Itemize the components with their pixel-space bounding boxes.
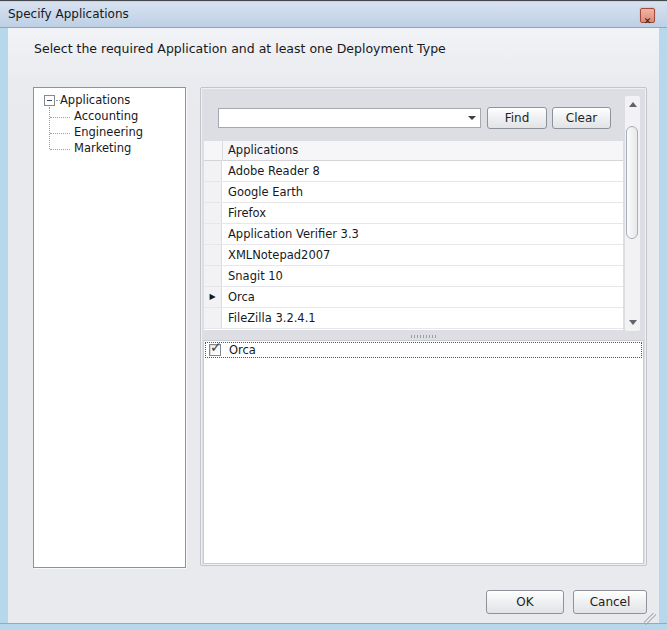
search-input[interactable] [221, 109, 464, 127]
instruction-text: Select the required Application and at l… [34, 41, 446, 56]
row-indicator-cell [204, 182, 222, 202]
minus-glyph [47, 100, 52, 101]
table-row[interactable]: XMLNotepad2007 [204, 245, 623, 266]
row-indicator-cell [204, 245, 222, 265]
cell-application-name[interactable]: XMLNotepad2007 [222, 245, 623, 265]
table-row[interactable]: Adobe Reader 8 [204, 161, 623, 182]
current-row-pointer-icon: ▶ [209, 292, 215, 301]
table-row[interactable]: Application Verifier 3.3 [204, 224, 623, 245]
tree-connector [50, 133, 70, 134]
cancel-button[interactable]: Cancel [573, 590, 647, 614]
ok-button[interactable]: OK [486, 590, 564, 614]
cell-application-name[interactable]: Adobe Reader 8 [222, 161, 623, 181]
cell-application-name[interactable]: FileZilla 3.2.4.1 [222, 308, 623, 328]
search-combobox[interactable] [218, 108, 481, 128]
checkmark-icon: ✓ [210, 339, 222, 355]
tree-connector [50, 149, 70, 150]
specify-applications-dialog: Specify Applications ✕ Select the requir… [0, 0, 667, 630]
row-indicator-cell [204, 266, 222, 286]
tree-node-engineering[interactable]: Engineering [74, 125, 143, 140]
vertical-scrollbar[interactable] [625, 96, 640, 331]
window-title: Specify Applications [8, 2, 129, 27]
cell-application-name[interactable]: Orca [222, 287, 623, 307]
applications-panel: Find Clear Applications Adobe Reader 8 G… [200, 87, 647, 566]
cell-application-name[interactable]: Application Verifier 3.3 [222, 224, 623, 244]
tree-connector [49, 107, 50, 149]
scroll-down-icon [629, 320, 637, 325]
close-button[interactable]: ✕ [640, 8, 655, 23]
table-row[interactable]: Firefox [204, 203, 623, 224]
row-indicator-cell [204, 308, 222, 328]
table-row current-row[interactable]: ▶Orca [204, 287, 623, 308]
scrollbar-thumb[interactable] [626, 126, 638, 239]
cell-application-name[interactable]: Snagit 10 [222, 266, 623, 286]
tree-node-marketing[interactable]: Marketing [74, 141, 131, 156]
row-indicator-cell: ▶ [204, 287, 222, 307]
table-row[interactable]: FileZilla 3.2.4.1 [204, 308, 623, 329]
tree-node-applications[interactable]: Applications [60, 93, 130, 108]
close-icon: ✕ [644, 16, 652, 26]
applications-tree: Applications Accounting Engineering Mark… [33, 87, 186, 568]
row-indicator-cell [204, 161, 222, 181]
deployment-type-label: Orca [229, 343, 256, 358]
tree-node-accounting[interactable]: Accounting [74, 109, 138, 124]
splitter-grip-icon [411, 335, 437, 338]
chevron-down-icon [468, 116, 476, 120]
column-header-applications[interactable]: Applications [222, 141, 623, 161]
dialog-content: Select the required Application and at l… [8, 28, 659, 623]
deployment-types-list: ✓ Orca [203, 340, 644, 564]
deployment-type-item[interactable]: ✓ Orca [205, 342, 642, 358]
applications-table: Applications Adobe Reader 8 Google Earth… [204, 141, 623, 330]
row-indicator-cell [204, 203, 222, 223]
horizontal-splitter[interactable] [203, 332, 644, 340]
clear-button[interactable]: Clear [552, 107, 611, 129]
table-row[interactable]: Google Earth [204, 182, 623, 203]
table-row[interactable]: Snagit 10 [204, 266, 623, 287]
find-button[interactable]: Find [487, 107, 547, 129]
table-header-row: Applications [204, 141, 623, 161]
scroll-up-icon [629, 102, 637, 107]
checkbox-checked[interactable]: ✓ [209, 344, 221, 356]
title-bar[interactable]: Specify Applications ✕ [0, 2, 667, 28]
tree-collapse-icon[interactable] [44, 95, 55, 106]
dropdown-button[interactable] [465, 109, 480, 127]
scroll-up-button[interactable] [625, 98, 640, 112]
tree-connector [50, 117, 70, 118]
scroll-down-button[interactable] [625, 315, 640, 329]
cell-application-name[interactable]: Google Earth [222, 182, 623, 202]
row-indicator-cell [204, 224, 222, 244]
window-bottom-edge [0, 623, 667, 624]
cell-application-name[interactable]: Firefox [222, 203, 623, 223]
